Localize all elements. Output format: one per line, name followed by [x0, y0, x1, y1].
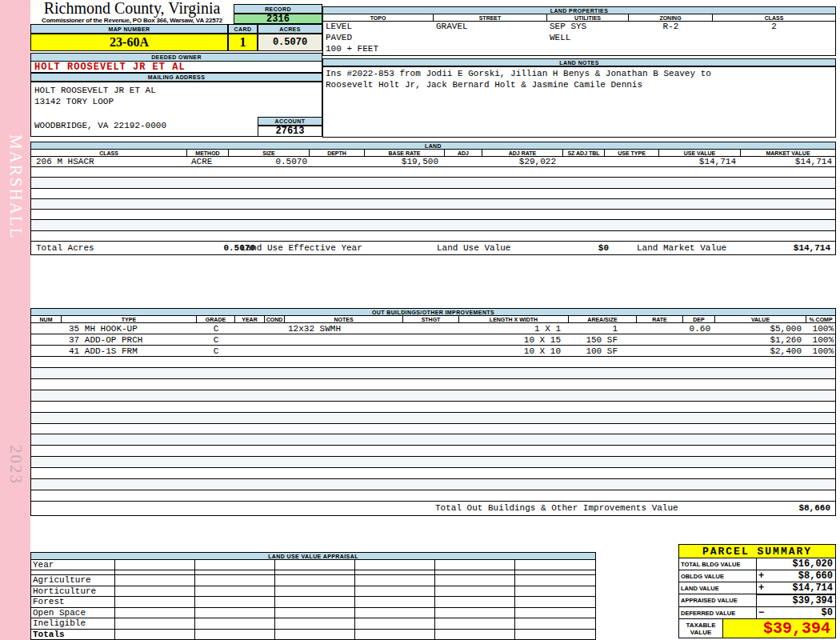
- land-market-value: $14,714: [794, 243, 830, 253]
- deeded-owner-value: HOLT ROOSEVELT JR ET AL: [30, 62, 322, 73]
- appraisal-row-ineligible: Ineligible: [31, 618, 595, 629]
- ob-type-cell: 41 ADD-1S FRM: [62, 346, 197, 356]
- ob-comp-cell: 100%: [806, 324, 835, 334]
- ob-grade-cell: C: [197, 346, 235, 356]
- appraisal-row-label: Forest: [31, 597, 115, 606]
- summary-operator: −: [758, 607, 764, 618]
- appraisal-empty-cell: [435, 630, 515, 639]
- appraisal-row-label: Open Space: [31, 608, 115, 618]
- card-label: CARD: [228, 24, 258, 34]
- lp-topo-value: LEVEL: [323, 22, 434, 33]
- appraisal-empty-cell: [195, 618, 275, 628]
- ob-comp-cell: 100%: [806, 346, 835, 356]
- lp-street-value: [434, 44, 547, 55]
- account-label: ACCOUNT: [258, 117, 322, 126]
- appraisal-empty-cell: [515, 575, 595, 585]
- column-header-sz-adj-tbl: SZ ADJ TBL: [563, 150, 605, 156]
- out-buildings-empty-row: [31, 479, 835, 490]
- lp-topo-value: 100 + FEET: [323, 44, 434, 55]
- column-header-size: SIZE: [229, 150, 310, 156]
- column-header-zoning: ZONING: [629, 14, 713, 21]
- ob-length-x-width-cell: 1 X 1: [459, 324, 569, 334]
- appraisal-empty-cell: [115, 575, 195, 585]
- land-empty-row: [31, 231, 835, 242]
- ob-length-x-width-cell: 10 X 15: [459, 335, 569, 345]
- out-buildings-empty-row: [31, 424, 835, 435]
- ob-area-size-cell: 100 SF: [569, 346, 637, 356]
- ob-area-size-cell: 150 SF: [569, 335, 637, 345]
- land-use-appraisal-table: LAND USE VALUE APPRAISAL YearAgriculture…: [30, 552, 596, 640]
- lp-utilities-value: SEP SYS: [547, 22, 629, 33]
- card-value: 1: [228, 34, 258, 51]
- out-buildings-rows: 35 MH HOOK-UPC12x32 SWMH1 X 110.60$5,000…: [31, 323, 835, 357]
- taxable-value: $39,394: [723, 619, 835, 638]
- column-header-grade: GRADE: [197, 316, 235, 322]
- appraisal-row-open-space: Open Space: [31, 608, 595, 618]
- land-properties-row: 100 + FEET: [323, 44, 835, 55]
- lp-class-value: [713, 44, 835, 55]
- vendor-watermark: MARSHALL: [6, 134, 26, 240]
- land-properties-title: LAND PROPERTIES: [323, 7, 835, 14]
- land-notes-line-1: Ins #2022-853 from Jodii E Gorski, Jilli…: [326, 68, 835, 79]
- land-table-rows: 206 M HSACRACRE0.5070$19,500$29,022$14,7…: [31, 157, 835, 167]
- ob-value-cell: $5,000: [715, 324, 806, 334]
- land-notes-label: LAND NOTES: [322, 58, 836, 66]
- appraisal-empty-cell: [195, 560, 275, 570]
- appraisal-row-label: Totals: [31, 630, 115, 639]
- summary-value: $39,394: [793, 595, 833, 606]
- column-header-use-value: USE VALUE: [659, 150, 741, 156]
- out-buildings-empty-row: [31, 390, 835, 402]
- deeded-owner-label: DEEDED OWNER: [30, 53, 322, 62]
- summary-row-total-bldg-value: TOTAL BLDG VALUE$16,020: [679, 558, 835, 570]
- ob-dep-cell: 0.60: [683, 324, 715, 334]
- column-header-use-type: USE TYPE: [605, 150, 659, 156]
- column-header-length-x-width: LENGTH X WIDTH: [459, 316, 569, 322]
- appraisal-row-label: Year: [31, 560, 115, 570]
- appraisal-row-label: Ineligible: [31, 618, 115, 628]
- ob-type-cell: 37 ADD-OP PRCH: [62, 335, 197, 345]
- summary-value-cell: +$14,714: [757, 582, 835, 594]
- appraisal-empty-cell: [275, 586, 355, 596]
- land-empty-row: [31, 167, 835, 178]
- appraisal-empty-cell: [115, 618, 195, 628]
- column-header-notes: NOTES: [285, 316, 403, 322]
- appraisal-empty-cell: [355, 597, 435, 606]
- summary-row-land-value: LAND VALUE+$14,714: [679, 582, 835, 594]
- column-header-market-value: MARKET VALUE: [741, 150, 835, 156]
- land-properties-row: LEVELGRAVELSEP SYSR-22: [323, 22, 835, 33]
- summary-operator: +: [758, 582, 764, 594]
- column-header-class: CLASS: [713, 14, 835, 21]
- appraisal-empty-cell: [355, 575, 435, 585]
- land-class-cell: 206 M HSACR: [31, 157, 187, 166]
- mailing-line-1: HOLT ROOSEVELT JR ET AL: [34, 85, 322, 96]
- out-buildings-empty-row: [31, 490, 835, 502]
- summary-label: DEFERRED VALUE: [679, 607, 757, 618]
- acres-label: ACRES: [258, 24, 322, 34]
- lp-zoning-value: [629, 44, 713, 55]
- summary-value: $8,660: [798, 570, 833, 582]
- out-buildings-empty-row: [31, 402, 835, 413]
- out-building-row: 37 ADD-OP PRCHC10 X 15150 SF$1,260100%: [31, 334, 835, 346]
- appraisal-empty-cell: [195, 597, 275, 606]
- lp-class-value: [713, 33, 835, 44]
- out-buildings-empty-row: [31, 457, 835, 468]
- column-header-rate: RATE: [637, 316, 683, 322]
- summary-value-cell: +$8,660: [757, 570, 835, 582]
- appraisal-empty-cell: [275, 608, 355, 618]
- appraisal-empty-cell: [515, 570, 595, 574]
- land-table-empty-rows: [31, 167, 835, 242]
- taxable-value-row: TAXABLE VALUE $39,394: [679, 619, 835, 638]
- column-header-dep: DEP: [683, 316, 715, 322]
- appraisal-row-totals: Totals: [31, 630, 595, 639]
- out-buildings-total-label: Total Out Buildings & Other Improvements…: [435, 503, 678, 513]
- out-buildings-total-value: $8,660: [798, 503, 830, 513]
- appraisal-empty-cell: [355, 608, 435, 618]
- parcel-summary-rows: TOTAL BLDG VALUE$16,020OBLDG VALUE+$8,66…: [679, 558, 835, 619]
- appraisal-empty-cell: [435, 586, 515, 596]
- summary-value-cell: −$0: [757, 607, 835, 618]
- appraisal-empty-cell: [435, 618, 515, 628]
- column-header-comp: % COMP: [806, 316, 835, 322]
- lp-zoning-value: R-2: [629, 22, 713, 33]
- column-header-adj-rate: ADJ RATE: [482, 150, 563, 156]
- appraisal-empty-cell: [115, 570, 195, 574]
